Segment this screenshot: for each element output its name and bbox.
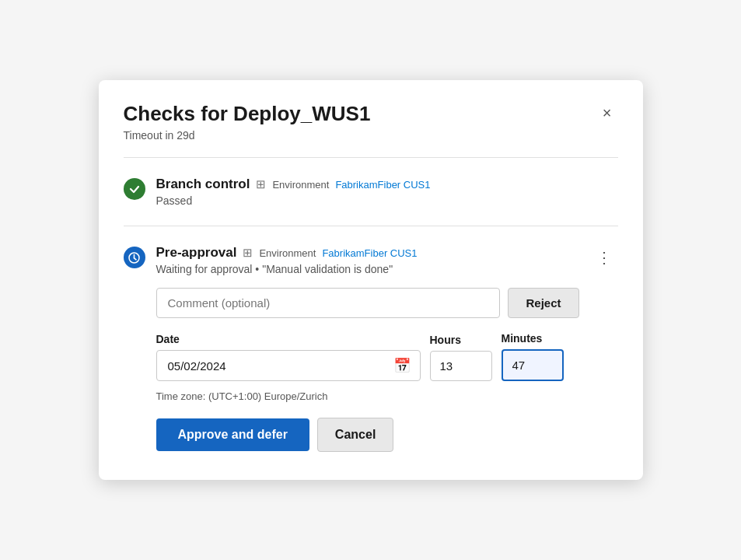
action-row: Approve and defer Cancel bbox=[156, 418, 579, 452]
more-options-icon: ⋮ bbox=[596, 249, 612, 266]
branch-control-env-prefix: Environment bbox=[272, 179, 329, 191]
hours-label: Hours bbox=[430, 334, 492, 346]
pre-approval-env-icon: ⊞ bbox=[243, 246, 253, 260]
date-time-row: Date 📅 Hours Minutes bbox=[156, 332, 579, 381]
modal-header: Checks for Deploy_WUS1 Timeout in 29d × bbox=[124, 102, 618, 142]
comment-input[interactable] bbox=[156, 288, 501, 318]
branch-control-name: Branch control bbox=[156, 177, 250, 192]
close-icon: × bbox=[603, 104, 612, 121]
reject-button[interactable]: Reject bbox=[508, 288, 578, 318]
date-label: Date bbox=[156, 333, 421, 345]
date-input[interactable] bbox=[157, 352, 384, 380]
close-button[interactable]: × bbox=[596, 102, 618, 124]
hours-input[interactable] bbox=[430, 351, 492, 381]
modal-subtitle: Timeout in 29d bbox=[124, 129, 371, 142]
branch-control-content: Branch control ⊞ Environment FabrikamFib… bbox=[156, 177, 618, 207]
more-options-button[interactable]: ⋮ bbox=[590, 247, 618, 268]
approve-defer-button[interactable]: Approve and defer bbox=[156, 418, 309, 451]
modal-header-text: Checks for Deploy_WUS1 Timeout in 29d bbox=[124, 102, 371, 142]
pre-approval-title-row: Pre-approval ⊞ Environment FabrikamFiber… bbox=[156, 245, 579, 261]
pre-approval-name: Pre-approval bbox=[156, 245, 237, 261]
date-field-group: Date 📅 bbox=[156, 333, 421, 381]
pre-approval-pending-icon bbox=[124, 247, 145, 268]
timezone-text: Time zone: (UTC+1:00) Europe/Zurich bbox=[156, 390, 579, 402]
pre-approval-env-prefix: Environment bbox=[259, 247, 316, 259]
header-divider bbox=[124, 157, 618, 158]
branch-control-title-row: Branch control ⊞ Environment FabrikamFib… bbox=[156, 177, 618, 192]
pre-approval-env-link[interactable]: FabrikamFiber CUS1 bbox=[322, 247, 417, 259]
calendar-icon-button[interactable]: 📅 bbox=[384, 351, 420, 380]
pre-approval-content: Pre-approval ⊞ Environment FabrikamFiber… bbox=[156, 245, 579, 452]
minutes-label: Minutes bbox=[502, 332, 564, 345]
branch-control-env-link[interactable]: FabrikamFiber CUS1 bbox=[335, 179, 430, 191]
comment-row: Reject bbox=[156, 288, 579, 318]
minutes-field-group: Minutes bbox=[502, 332, 564, 381]
branch-control-icon-wrap bbox=[124, 178, 145, 200]
approval-form: Reject Date 📅 H bbox=[156, 288, 579, 452]
cancel-button[interactable]: Cancel bbox=[317, 418, 393, 452]
pre-approval-status: Waiting for approval • "Manual validatio… bbox=[156, 263, 579, 275]
branch-control-status: Passed bbox=[156, 194, 618, 207]
branch-control-success-icon bbox=[124, 178, 145, 200]
modal-title: Checks for Deploy_WUS1 bbox=[124, 102, 371, 126]
branch-control-env-icon: ⊞ bbox=[256, 177, 266, 191]
calendar-icon: 📅 bbox=[393, 358, 411, 373]
pre-approval-icon-wrap bbox=[124, 247, 145, 268]
svg-line-2 bbox=[135, 257, 137, 259]
modal-container: Checks for Deploy_WUS1 Timeout in 29d × … bbox=[99, 80, 643, 480]
section-divider bbox=[124, 226, 618, 226]
pre-approval-row: Pre-approval ⊞ Environment FabrikamFiber… bbox=[124, 239, 618, 458]
date-input-wrap: 📅 bbox=[156, 350, 421, 381]
hours-field-group: Hours bbox=[430, 334, 492, 381]
branch-control-row: Branch control ⊞ Environment FabrikamFib… bbox=[124, 170, 618, 213]
minutes-input[interactable] bbox=[502, 349, 564, 381]
